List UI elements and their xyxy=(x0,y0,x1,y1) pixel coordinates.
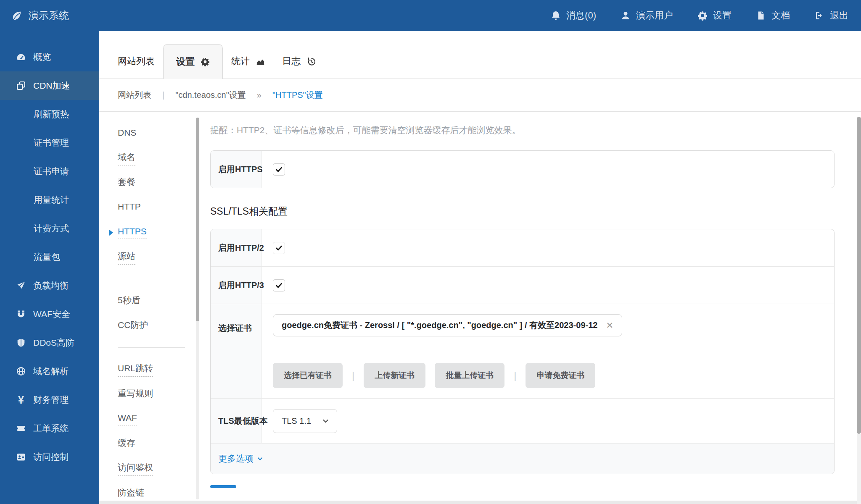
submenu-item-access-auth[interactable]: 访问鉴权 xyxy=(99,456,202,481)
button-separator: | xyxy=(352,370,354,381)
sidebar-item-label: 负载均衡 xyxy=(33,280,69,291)
topbar-item-messages[interactable]: 消息(0) xyxy=(551,9,596,22)
sidebar-item-label: 刷新预热 xyxy=(34,108,69,120)
submenu-item-http[interactable]: HTTP xyxy=(99,195,202,220)
topbar-item-label: 消息(0) xyxy=(566,9,596,22)
sidebar-item-ddos[interactable]: DDoS高防 xyxy=(0,328,99,357)
topbar-item-docs[interactable]: 文档 xyxy=(756,9,790,22)
page-scrollbar-track[interactable] xyxy=(857,434,861,504)
sidebar-item-finance[interactable]: ¥ 财务管理 xyxy=(0,386,99,414)
ticket-icon xyxy=(16,423,26,433)
sidebar-item-refresh-preheat[interactable]: 刷新预热 xyxy=(0,100,99,129)
https-enable-row: 启用HTTPS xyxy=(211,151,834,188)
brand[interactable]: 演示系统 xyxy=(11,9,69,22)
yen-icon: ¥ xyxy=(16,394,26,406)
sidebar-item-cdn[interactable]: CDN加速 xyxy=(0,71,99,100)
sidebar-item-dns-resolve[interactable]: 域名解析 xyxy=(0,357,99,386)
ssl-section-title: SSL/TLS相关配置 xyxy=(210,205,835,218)
button-separator: | xyxy=(514,370,516,381)
submenu-item-domains[interactable]: 域名 xyxy=(99,146,202,171)
submenu-item-waf[interactable]: WAF xyxy=(99,407,202,431)
submenu-divider xyxy=(118,279,185,279)
sidebar-item-load-balancer[interactable]: 负载均衡 xyxy=(0,271,99,300)
submenu-item-rewrite-rules[interactable]: 重写规则 xyxy=(99,382,202,407)
sidebar-item-access-control[interactable]: 访问控制 xyxy=(0,443,99,471)
tab-settings[interactable]: 设置 xyxy=(163,44,223,79)
row-label: 启用HTTP/3 xyxy=(211,267,262,304)
sidebar-item-tickets[interactable]: 工单系统 xyxy=(0,414,99,443)
submenu-item-dns[interactable]: DNS xyxy=(99,121,202,146)
sidebar-item-label: 计费方式 xyxy=(34,223,69,234)
batch-upload-cert-button[interactable]: 批量上传证书 xyxy=(435,363,504,388)
submenu-item-plan[interactable]: 套餐 xyxy=(99,171,202,195)
user-icon xyxy=(621,10,631,21)
https-enabled-checkbox[interactable] xyxy=(273,163,285,176)
submenu-item-cache[interactable]: 缓存 xyxy=(99,431,202,456)
http2-enabled-checkbox[interactable] xyxy=(273,242,285,254)
area-chart-icon xyxy=(256,57,265,66)
select-existing-cert-button[interactable]: 选择已有证书 xyxy=(273,363,343,388)
sidebar-item-label: 证书管理 xyxy=(34,137,69,149)
submenu-item-5s-shield[interactable]: 5秒盾 xyxy=(99,289,202,313)
topbar-item-logout[interactable]: 退出 xyxy=(814,9,848,22)
row-label: 启用HTTP/2 xyxy=(211,229,262,266)
main-content: 网站列表 设置 统计 日志 xyxy=(99,31,861,504)
certificate-chip[interactable]: goedge.cn免费证书 - Zerossl / [ "*.goedge.cn… xyxy=(273,314,622,336)
leaf-logo-icon xyxy=(11,10,22,21)
save-button-top-edge[interactable] xyxy=(210,485,236,488)
submenu-scrollbar-thumb[interactable] xyxy=(196,118,199,321)
submenu-item-url-redirect[interactable]: URL跳转 xyxy=(99,357,202,382)
sidebar-item-traffic-package[interactable]: 流量包 xyxy=(0,243,99,271)
sidebar-item-billing-method[interactable]: 计费方式 xyxy=(0,214,99,243)
topbar-item-user[interactable]: 演示用户 xyxy=(621,9,673,22)
notice-text: 提醒：HTTP2、证书等信息修改后，可能需要清空浏览器缓存后才能浏览效果。 xyxy=(210,124,835,136)
topbar: 演示系统 消息(0) 演示用户 xyxy=(0,0,861,31)
tab-site-list[interactable]: 网站列表 xyxy=(109,44,163,79)
apply-free-cert-button[interactable]: 申请免费证书 xyxy=(526,363,595,388)
tab-label: 日志 xyxy=(282,55,301,68)
bottom-scroll-area xyxy=(99,501,861,504)
topbar-menu: 消息(0) 演示用户 设置 xyxy=(551,9,848,22)
tab-statistics[interactable]: 统计 xyxy=(223,44,274,79)
breadcrumb-site-settings[interactable]: "cdn.teaos.cn"设置 xyxy=(175,89,246,101)
logout-icon xyxy=(814,10,824,21)
http3-enabled-checkbox[interactable] xyxy=(273,279,285,291)
brand-label: 演示系统 xyxy=(29,9,69,22)
submenu-scrollbar-track[interactable] xyxy=(196,118,199,499)
https-settings-form: 提醒：HTTP2、证书等信息修改后，可能需要清空浏览器缓存后才能浏览效果。 启用… xyxy=(202,112,861,504)
upload-new-cert-button[interactable]: 上传新证书 xyxy=(364,363,425,388)
tab-logs[interactable]: 日志 xyxy=(274,44,325,79)
submenu-item-cc-protection[interactable]: CC防护 xyxy=(99,313,202,338)
topbar-item-label: 文档 xyxy=(771,9,790,22)
row-label: 启用HTTPS xyxy=(211,151,262,188)
topbar-item-label: 退出 xyxy=(830,9,848,22)
sidebar-item-waf[interactable]: WAF安全 xyxy=(0,300,99,328)
row-label: TLS最低版本 xyxy=(211,399,262,443)
page-scrollbar-thumb[interactable] xyxy=(857,117,861,434)
globe-icon xyxy=(16,366,26,376)
topbar-item-settings[interactable]: 设置 xyxy=(697,9,732,22)
sidebar-item-label: 域名解析 xyxy=(33,365,69,377)
certificate-chip-label: goedge.cn免费证书 - Zerossl / [ "*.goedge.cn… xyxy=(282,320,597,331)
submenu-item-https[interactable]: HTTPS xyxy=(99,220,202,245)
more-options-row: 更多选项 xyxy=(211,443,834,474)
sidebar-item-cert-apply[interactable]: 证书申请 xyxy=(0,157,99,186)
settings-submenu: DNS 域名 套餐 HTTP HTTPS 源站 xyxy=(99,112,202,504)
submenu-item-origin[interactable]: 源站 xyxy=(99,245,202,270)
certificate-row: 选择证书 goedge.cn免费证书 - Zerossl / [ "*.goed… xyxy=(211,304,834,398)
sidebar-item-cert-management[interactable]: 证书管理 xyxy=(0,129,99,157)
history-icon xyxy=(306,57,316,66)
magnet-icon xyxy=(16,309,26,319)
breadcrumb-https-settings[interactable]: "HTTPS"设置 xyxy=(272,89,323,101)
breadcrumb-site-list[interactable]: 网站列表 xyxy=(118,89,151,101)
document-icon xyxy=(756,10,766,21)
sidebar-item-overview[interactable]: 概览 xyxy=(0,43,99,71)
sidebar-item-usage-stats[interactable]: 用量统计 xyxy=(0,186,99,214)
tls-min-version-select[interactable]: TLS 1.1 xyxy=(273,409,337,433)
topbar-item-label: 演示用户 xyxy=(636,9,673,22)
remove-certificate-icon[interactable]: ✕ xyxy=(606,320,613,331)
tab-bar: 网站列表 设置 统计 日志 xyxy=(99,31,861,79)
tls-version-row: TLS最低版本 TLS 1.1 xyxy=(211,398,834,443)
sidebar-item-label: DDoS高防 xyxy=(33,337,74,349)
more-options-link[interactable]: 更多选项 xyxy=(218,453,263,465)
